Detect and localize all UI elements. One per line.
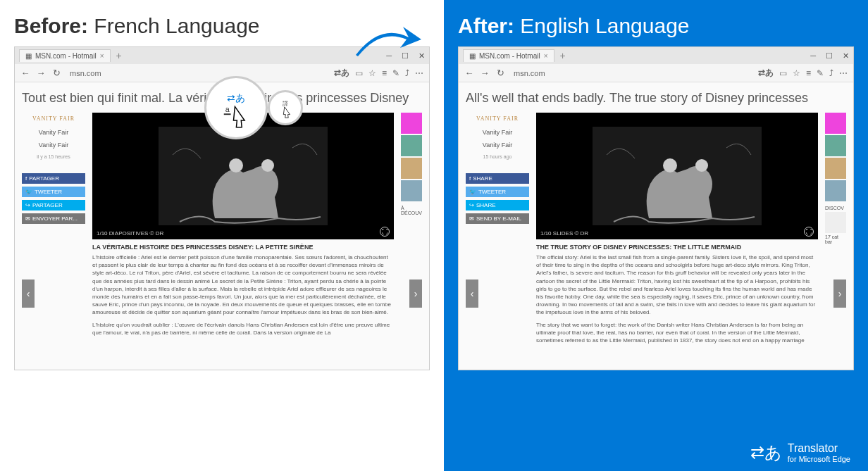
- new-tab-button[interactable]: +: [111, 50, 128, 61]
- webnote-icon[interactable]: ✎: [817, 68, 824, 78]
- svg-text:a: a: [225, 105, 229, 113]
- more-icon[interactable]: ⋯: [415, 68, 423, 78]
- share-generic-button[interactable]: ↪PARTAGER: [22, 200, 85, 211]
- back-button[interactable]: ←: [464, 68, 474, 78]
- reading-view-icon[interactable]: ▭: [355, 68, 363, 78]
- hub-icon[interactable]: ≡: [806, 68, 811, 78]
- article-sidebar: VANITY FAIR Vanity Fair Vanity Fair 15 h…: [466, 113, 529, 361]
- thumb[interactable]: [401, 158, 422, 179]
- new-tab-button[interactable]: +: [554, 50, 571, 61]
- slide-caption: 1/10 SLIDES © DR: [540, 230, 588, 237]
- transition-arrow: [352, 20, 423, 62]
- expand-icon[interactable]: ⛶: [804, 227, 814, 237]
- thumb[interactable]: [825, 212, 846, 233]
- twitter-icon: 🐦: [25, 189, 32, 195]
- thumb[interactable]: [401, 113, 422, 134]
- tab-favicon: ▦: [469, 52, 476, 60]
- after-label: After: English Language: [458, 14, 854, 38]
- url-text[interactable]: msn.com: [67, 69, 101, 77]
- tab-close-icon[interactable]: ×: [544, 52, 548, 60]
- close-button[interactable]: ✕: [843, 51, 849, 61]
- translator-icon[interactable]: ⇄あ: [334, 67, 349, 79]
- more-icon[interactable]: ⋯: [839, 68, 848, 78]
- svg-text:⇄あ: ⇄あ: [227, 92, 245, 103]
- share-mini-icon: ↪: [25, 202, 30, 208]
- brand-name: Translator: [788, 442, 838, 454]
- svg-rect-6: [223, 113, 230, 115]
- publisher-name-2: Vanity Fair: [22, 140, 85, 150]
- svg-point-10: [663, 158, 677, 172]
- publisher-name: Vanity Fair: [22, 127, 85, 137]
- brand-sub: for Microsoft Edge: [788, 455, 850, 463]
- publish-time: il y a 15 heures: [22, 153, 85, 161]
- publisher-logo: VANITY FAIR: [466, 113, 529, 125]
- titlebar: ▦ MSN.com - Hotmail × + ─ ☐ ✕: [459, 47, 853, 64]
- thumb[interactable]: [825, 180, 846, 201]
- article-sidebar: VANITY FAIR Vanity Fair Vanity Fair il y…: [22, 113, 85, 361]
- side-text: 17 cat bar: [825, 234, 846, 244]
- share-generic-button[interactable]: ↪SHARE: [466, 200, 529, 211]
- thumb[interactable]: [401, 180, 422, 201]
- expand-icon[interactable]: ⛶: [380, 227, 390, 237]
- hub-icon[interactable]: ≡: [382, 68, 387, 78]
- share-icon[interactable]: ⤴: [829, 68, 833, 78]
- translator-logo-icon: ⇄あ: [750, 441, 782, 464]
- share-email-button[interactable]: ✉ENVOYER PAR...: [22, 213, 85, 224]
- article-paragraph-1: L'histoire officielle : Ariel est le der…: [92, 253, 394, 317]
- magnifier-callout-small: 譯: [268, 90, 303, 125]
- refresh-button[interactable]: ↻: [51, 68, 61, 78]
- share-mini-icon: ↪: [469, 202, 474, 208]
- forward-button[interactable]: →: [480, 68, 490, 78]
- address-bar: ← → ↻ msn.com ⇄あ ▭ ☆ ≡ ✎ ⤴ ⋯: [459, 64, 853, 82]
- related-thumbnails: DISCOV 17 cat bar: [825, 113, 846, 361]
- thumb[interactable]: [825, 113, 846, 134]
- article-heading: LA VÉRITABLE HISTOIRE DES PRINCESSES DIS…: [92, 244, 394, 251]
- prev-slide-button[interactable]: ‹: [466, 280, 478, 308]
- article-paragraph-2: L'histoire qu'on voudrait oublier : L'œu…: [92, 321, 394, 337]
- share-facebook-button[interactable]: fSHARE: [466, 173, 529, 184]
- url-text[interactable]: msn.com: [511, 69, 545, 77]
- next-slide-button[interactable]: ›: [833, 280, 846, 308]
- svg-text:譯: 譯: [283, 100, 288, 107]
- article-paragraph-2: The story that we want to forget: the wo…: [536, 321, 818, 345]
- svg-point-11: [695, 159, 708, 172]
- translator-icon[interactable]: ⇄あ: [758, 67, 774, 79]
- thumb[interactable]: [825, 135, 846, 156]
- share-twitter-button[interactable]: 🐦TWEETER: [22, 187, 85, 197]
- reading-view-icon[interactable]: ▭: [779, 68, 787, 78]
- share-icon[interactable]: ⤴: [405, 68, 409, 78]
- tab-favicon: ▦: [25, 52, 32, 60]
- svg-point-2: [229, 158, 243, 172]
- share-email-button[interactable]: ✉SEND BY E-MAIL: [466, 213, 529, 224]
- discover-label: À DÉCOUV: [401, 206, 422, 215]
- refresh-button[interactable]: ↻: [495, 68, 505, 78]
- discover-label: DISCOV: [825, 206, 846, 211]
- browser-tab[interactable]: ▦ MSN.com - Hotmail ×: [19, 49, 111, 62]
- browser-tab[interactable]: ▦ MSN.com - Hotmail ×: [463, 49, 554, 62]
- maximize-button[interactable]: ☐: [826, 51, 833, 61]
- facebook-icon: f: [25, 175, 27, 182]
- favorite-icon[interactable]: ☆: [793, 68, 800, 78]
- article-paragraph-1: The official story: Ariel is the last sm…: [536, 253, 818, 317]
- publisher-name-2: Vanity Fair: [466, 140, 529, 150]
- article-hero-image: 1/10 SLIDES © DR ⛶: [536, 113, 818, 239]
- article-title: All's well that ends badly. The true sto…: [466, 91, 846, 106]
- prev-slide-button[interactable]: ‹: [22, 280, 35, 308]
- thumb[interactable]: [401, 135, 422, 156]
- share-twitter-button[interactable]: 🐦TWEETER: [466, 187, 529, 197]
- article-heading: THE TRUE STORY OF DISNEY PRINCESSES: THE…: [536, 244, 818, 251]
- twitter-icon: 🐦: [469, 189, 476, 195]
- webnote-icon[interactable]: ✎: [392, 68, 399, 78]
- favorite-icon[interactable]: ☆: [368, 68, 376, 78]
- tab-close-icon[interactable]: ×: [100, 52, 104, 60]
- next-slide-button[interactable]: ›: [409, 280, 422, 308]
- back-button[interactable]: ←: [20, 68, 30, 78]
- share-facebook-button[interactable]: fPARTAGER: [22, 173, 85, 184]
- minimize-button[interactable]: ─: [810, 51, 816, 61]
- forward-button[interactable]: →: [36, 68, 46, 78]
- thumb[interactable]: [825, 158, 846, 179]
- publisher-logo: VANITY FAIR: [22, 113, 85, 125]
- before-panel: Before: French Language ▦ MSN.com - Hotm…: [0, 0, 444, 471]
- browser-after: ▦ MSN.com - Hotmail × + ─ ☐ ✕ ← → ↻ msn.…: [458, 46, 854, 370]
- tab-title: MSN.com - Hotmail: [35, 52, 97, 60]
